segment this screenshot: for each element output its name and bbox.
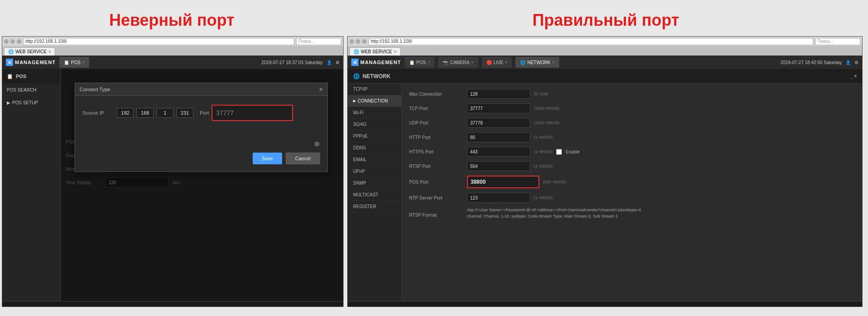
maxconn-value[interactable]: 128: [467, 89, 530, 99]
tab-web-service-left[interactable]: 🌐 WEB SERVICE ×: [4, 47, 55, 56]
ip-octet-2[interactable]: [137, 108, 154, 118]
maxconn-label: Max Connection: [409, 92, 463, 97]
net-row-maxconn: Max Connection 128 (0~128): [409, 89, 855, 99]
settings-icon-right: ⚙: [854, 60, 859, 65]
rtsp-value[interactable]: 554: [467, 161, 530, 171]
nav-live-close-right[interactable]: ×: [505, 60, 507, 65]
nav-tab-pos-close-left[interactable]: ×: [82, 60, 85, 65]
pppoe-label: PPPoE: [353, 134, 368, 139]
connection-label: CONNECTION: [358, 98, 388, 103]
http-label: HTTP Port: [409, 135, 463, 140]
dialog-title: Connect Type: [80, 87, 110, 92]
address-bar-left[interactable]: http://192.168.1.108/: [23, 38, 294, 45]
right-browser-window: http://192.168.1.108/ Поиск... 🌐 WEB SER…: [347, 36, 863, 307]
sidebar-pos-search-label: POS SEARCH: [7, 88, 37, 93]
sidebar-item-upnp[interactable]: UPnP: [348, 166, 401, 177]
ntp-label: NTP Server Port: [409, 195, 463, 200]
pos-port-label: POS Port: [409, 180, 463, 185]
tab-web-service-right[interactable]: 🌐 WEB SERVICE ×: [349, 47, 401, 56]
browser-chrome-left: http://192.168.1.108/ Поиск...: [2, 37, 343, 46]
net-row-pos: POS Port 38800 (025~65535): [409, 176, 855, 188]
nav-network-close-right[interactable]: ×: [552, 60, 555, 65]
tcp-value[interactable]: 37777: [467, 103, 530, 113]
dialog-gear-icon[interactable]: ⚙: [314, 140, 320, 148]
browser-chrome-right: http://192.168.1.108/ Поиск...: [348, 37, 862, 46]
sidebar-item-register[interactable]: REGISTER: [348, 201, 401, 213]
tab-close-left[interactable]: ×: [48, 49, 51, 54]
http-value[interactable]: 80: [467, 132, 530, 142]
ip-octet-1[interactable]: [117, 108, 134, 118]
nav-camera-label-right: CAMERA: [450, 60, 469, 65]
https-range: (1~65535): [534, 149, 552, 154]
nav-network-label-right: NETWORK: [527, 60, 550, 65]
dialog-save-btn[interactable]: Save: [253, 153, 282, 164]
sidebar-item-snmp[interactable]: SNMP: [348, 177, 401, 189]
left-browser-window: http://192.168.1.108/ Поиск... 🌐 WEB SER…: [2, 36, 344, 307]
sidebar-item-email[interactable]: EMAIL: [348, 154, 401, 166]
rtsp-format-label: RTSP Format: [409, 213, 463, 218]
search-bar-left[interactable]: Поиск...: [296, 38, 341, 45]
pos-port-value-highlight[interactable]: 38800: [467, 176, 539, 188]
sidebar-item-wifi[interactable]: Wi-Fi: [348, 107, 401, 119]
tab-icon-right: 🌐: [354, 49, 359, 54]
udp-label: UDP Port: [409, 121, 463, 125]
ntp-range: (1~65535): [534, 195, 552, 200]
port-input-wrong[interactable]: [212, 105, 293, 121]
nav-pos-close-right[interactable]: ×: [428, 60, 430, 65]
rtsp-label: RTSP Port: [409, 164, 463, 169]
upnp-label: UPnP: [353, 169, 365, 174]
dialog-cancel-btn[interactable]: Cancel: [286, 153, 320, 164]
network-sidebar: TCP/IP CONNECTION Wi-Fi 3G/4G PPPoE: [348, 84, 402, 301]
ddns-label: DDNS: [353, 145, 366, 150]
network-header-icon: 🌐: [353, 73, 360, 79]
sidebar-item-tcpip[interactable]: TCP/IP: [348, 84, 401, 95]
nav-tab-pos-right[interactable]: 📋 POS ×: [405, 57, 434, 68]
nav-tab-pos-left[interactable]: 📋 POS ×: [59, 57, 89, 68]
rtsp-format-value: rtsp://<User Name>:<Password>@<IP Addres…: [467, 207, 641, 214]
maxconn-range: (0~128): [534, 92, 548, 96]
sidebar-item-pos-setup[interactable]: ▶ POS SETUP: [2, 96, 61, 109]
tcp-range: (1025~65535): [534, 106, 559, 111]
sidebar-item-3g4g[interactable]: 3G/4G: [348, 119, 401, 130]
nav-tab-camera-right[interactable]: 📷 CAMERA ×: [438, 57, 478, 68]
ip-octet-3[interactable]: [156, 108, 174, 118]
content-area-left: 📋 POS POS SEARCH ▶ POS SETUP POS Name: [2, 69, 343, 301]
ip-octet-4[interactable]: [176, 108, 193, 118]
search-bar-right[interactable]: Поиск...: [815, 38, 860, 45]
tcp-label: TCP Port: [409, 106, 463, 111]
address-bar-right[interactable]: http://192.168.1.108/: [368, 38, 813, 45]
udp-value[interactable]: 37778: [467, 118, 530, 128]
bottom-bar-left: [2, 301, 343, 307]
sidebar-pos-setup-label: POS SETUP: [12, 100, 38, 105]
tcpip-label: TCP/IP: [353, 87, 368, 92]
app-logo-left: ⊞: [6, 59, 13, 66]
header-right-left: 2019-07-27 18:37:03 Saturday 👤 ⚙: [261, 60, 340, 65]
rtsp-format-values: rtsp://<User Name>:<Password>@<IP Addres…: [467, 207, 641, 219]
nav-camera-close-right[interactable]: ×: [471, 60, 473, 65]
nav-tab-network-right[interactable]: 🌐 NETWORK ×: [515, 57, 559, 68]
sidebar-item-pos-search[interactable]: POS SEARCH: [2, 84, 61, 96]
https-value[interactable]: 443: [467, 147, 530, 157]
nav-pos-icon-right: 📋: [409, 60, 415, 65]
tab-label-left: WEB SERVICE: [15, 49, 47, 54]
rtsp-format-note: channel: Channel, 1-16; subtype: Code-St…: [467, 214, 641, 220]
browser-btn-2: [10, 39, 15, 44]
right-annotation: Правильный порт: [344, 6, 868, 30]
sidebar-item-connection[interactable]: CONNECTION: [348, 95, 401, 107]
ntp-value[interactable]: 123: [467, 193, 530, 203]
browser-btn-r1: [349, 39, 354, 44]
nav-tab-live-right[interactable]: 🔴 LIVE ×: [482, 57, 512, 68]
nav-network-icon-right: 🌐: [520, 60, 525, 65]
tab-close-right[interactable]: ×: [394, 49, 396, 54]
main-panel-left: POS Name pos1 ✏ Overlay TURN Network tim: [61, 69, 343, 301]
dialog-close-btn[interactable]: ×: [319, 86, 323, 93]
https-enable-checkbox[interactable]: [556, 149, 562, 155]
datetime-left: 2019-07-27 18:37:03 Saturday: [261, 60, 323, 65]
network-minimize-btn[interactable]: _ ×: [850, 74, 857, 79]
sidebar-item-pppoe[interactable]: PPPoE: [348, 130, 401, 142]
sidebar-header-left: 📋 POS: [2, 69, 61, 84]
email-label: EMAIL: [353, 157, 367, 162]
sidebar-item-ddns[interactable]: DDNS: [348, 142, 401, 154]
net-row-rtsp: RTSP Port 554 (1~65535): [409, 161, 855, 171]
sidebar-item-multicast[interactable]: MULTICAST: [348, 189, 401, 201]
